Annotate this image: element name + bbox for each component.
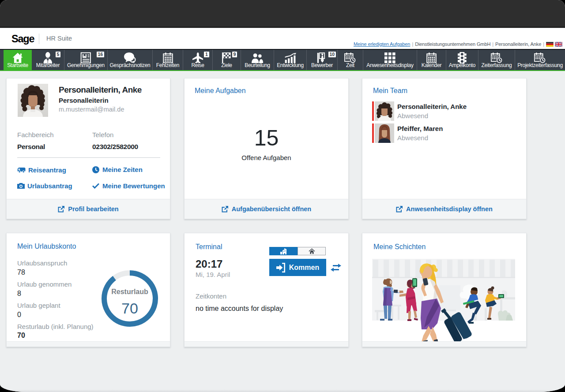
svg-text:Sage: Sage [11, 33, 34, 45]
svg-text:Resturlaub: Resturlaub [111, 288, 148, 295]
svg-text:70: 70 [121, 300, 138, 317]
